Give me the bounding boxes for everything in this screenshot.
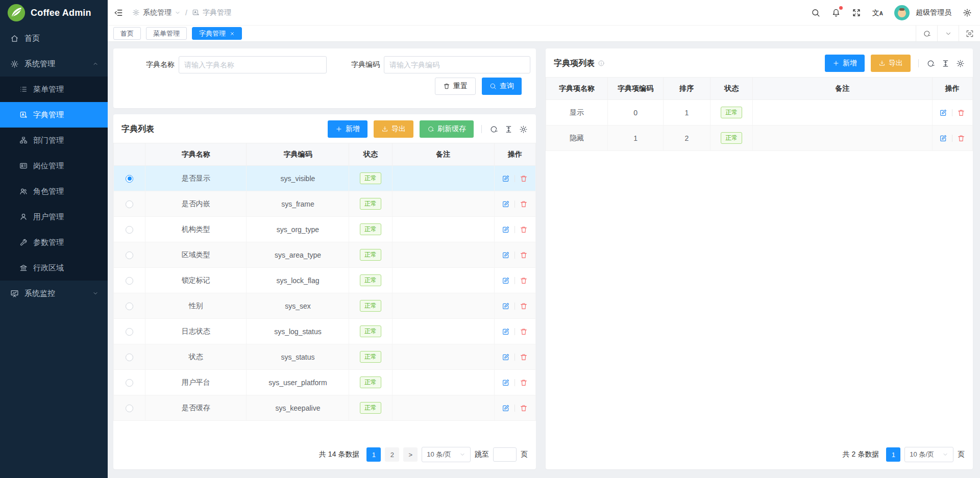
reload-table-button[interactable] xyxy=(489,125,498,134)
row-radio[interactable] xyxy=(126,303,133,310)
delete-icon[interactable] xyxy=(520,200,528,208)
edit-icon[interactable] xyxy=(502,353,510,361)
table-row[interactable]: 性别 sys_sex 正常 xyxy=(114,293,536,319)
sidebar-item-role-mgmt[interactable]: 角色管理 xyxy=(0,179,108,204)
page-2-button[interactable]: 2 xyxy=(385,447,399,462)
sidebar-item-post-mgmt[interactable]: 岗位管理 xyxy=(0,153,108,179)
table-row[interactable]: 是否显示 sys_visible 正常 xyxy=(114,166,536,191)
table-row[interactable]: 是否内嵌 sys_frame 正常 xyxy=(114,191,536,217)
sidebar-item-system[interactable]: 系统管理 xyxy=(0,51,108,77)
breadcrumb-item-system[interactable]: 系统管理 xyxy=(132,8,181,17)
table-row[interactable]: 用户平台 sys_user_platform 正常 xyxy=(114,370,536,395)
sidebar-item-home[interactable]: 首页 xyxy=(0,26,108,51)
edit-icon[interactable] xyxy=(502,276,510,285)
edit-icon[interactable] xyxy=(939,109,947,117)
sidebar-item-user-mgmt[interactable]: 用户管理 xyxy=(0,204,108,230)
language-button[interactable]: 文A xyxy=(872,9,883,16)
table-settings-button[interactable] xyxy=(519,125,528,134)
delete-icon[interactable] xyxy=(520,353,528,361)
tab-options-button[interactable] xyxy=(937,26,959,41)
sidebar-item-dept-mgmt[interactable]: 部门管理 xyxy=(0,128,108,153)
table-row[interactable]: 显示 0 1 正常 xyxy=(546,100,973,125)
edit-icon[interactable] xyxy=(502,302,510,310)
delete-icon[interactable] xyxy=(520,225,528,234)
edit-icon[interactable] xyxy=(502,200,510,208)
delete-icon[interactable] xyxy=(520,302,528,310)
row-radio[interactable] xyxy=(126,251,133,259)
export-dict-button[interactable]: 导出 xyxy=(374,120,413,138)
breadcrumb-item-dict[interactable]: 字典管理 xyxy=(192,8,231,17)
sidebar-collapse-button[interactable] xyxy=(114,8,123,17)
page-size-select[interactable]: 10 条/页 xyxy=(904,447,953,462)
add-item-button[interactable]: 新增 xyxy=(825,55,865,72)
settings-button[interactable] xyxy=(963,8,972,17)
row-radio[interactable] xyxy=(126,277,133,285)
edit-icon[interactable] xyxy=(502,379,510,387)
dict-name-input[interactable] xyxy=(179,56,327,73)
dict-code-input[interactable] xyxy=(384,56,530,73)
page-1-button[interactable]: 1 xyxy=(886,447,900,462)
table-settings-button[interactable] xyxy=(956,59,965,68)
delete-icon[interactable] xyxy=(957,134,965,142)
row-radio[interactable] xyxy=(126,226,133,234)
edit-icon[interactable] xyxy=(502,251,510,259)
tab-close-icon[interactable] xyxy=(230,31,235,36)
table-row[interactable]: 状态 sys_status 正常 xyxy=(114,344,536,370)
query-button[interactable]: 查询 xyxy=(482,78,522,95)
table-row[interactable]: 是否缓存 sys_keepalive 正常 xyxy=(114,395,536,421)
table-row[interactable]: 锁定标记 sys_lock_flag 正常 xyxy=(114,268,536,293)
edit-icon[interactable] xyxy=(502,174,510,183)
fullscreen-button[interactable] xyxy=(852,8,861,17)
next-page-button[interactable]: > xyxy=(403,447,418,462)
content-fullscreen-button[interactable] xyxy=(959,26,980,41)
refresh-page-button[interactable] xyxy=(916,26,937,41)
export-items-button[interactable]: 导出 xyxy=(871,55,911,72)
row-radio[interactable] xyxy=(126,200,133,208)
table-row[interactable]: 机构类型 sys_org_type 正常 xyxy=(114,217,536,242)
delete-icon[interactable] xyxy=(520,328,528,336)
page-size-select[interactable]: 10 条/页 xyxy=(422,447,471,462)
username[interactable]: 超级管理员 xyxy=(916,8,951,17)
col-item-name: 字典项名称 xyxy=(546,78,608,100)
sidebar-item-menu-mgmt[interactable]: 菜单管理 xyxy=(0,77,108,102)
row-radio[interactable] xyxy=(126,328,133,336)
add-dict-button[interactable]: 新增 xyxy=(328,120,368,138)
edit-icon[interactable] xyxy=(502,225,510,234)
tab-dict-mgmt[interactable]: 字典管理 xyxy=(192,27,242,40)
row-radio[interactable] xyxy=(126,175,133,183)
sidebar-item-region[interactable]: 行政区域 xyxy=(0,255,108,281)
edit-icon[interactable] xyxy=(502,404,510,412)
edit-icon[interactable] xyxy=(939,134,947,142)
sidebar-item-param-mgmt[interactable]: 参数管理 xyxy=(0,230,108,255)
row-radio[interactable] xyxy=(126,405,133,412)
row-density-button[interactable] xyxy=(941,59,950,68)
reset-button[interactable]: 重置 xyxy=(435,78,476,95)
tab-home[interactable]: 首页 xyxy=(113,27,141,40)
table-row[interactable]: 区域类型 sys_area_type 正常 xyxy=(114,242,536,268)
tab-menu-mgmt[interactable]: 菜单管理 xyxy=(146,27,187,40)
delete-icon[interactable] xyxy=(520,379,528,387)
table-row[interactable]: 日志状态 sys_log_status 正常 xyxy=(114,319,536,344)
page-1-button[interactable]: 1 xyxy=(366,447,381,462)
sidebar-item-monitor[interactable]: 系统监控 xyxy=(0,281,108,306)
delete-icon[interactable] xyxy=(520,404,528,412)
search-button[interactable] xyxy=(811,8,820,17)
delete-icon[interactable] xyxy=(520,174,528,183)
row-radio[interactable] xyxy=(126,354,133,361)
remark-cell xyxy=(392,344,494,370)
notifications-button[interactable] xyxy=(831,8,841,17)
reload-table-button[interactable] xyxy=(926,59,935,68)
edit-icon[interactable] xyxy=(502,328,510,336)
jump-page-input[interactable] xyxy=(493,447,517,462)
row-radio[interactable] xyxy=(126,379,133,387)
row-density-button[interactable] xyxy=(504,125,513,134)
app-logo[interactable]: Coffee Admin xyxy=(0,0,108,26)
sidebar-item-dict-mgmt[interactable]: 字典管理 xyxy=(0,102,108,128)
delete-icon[interactable] xyxy=(520,276,528,285)
delete-icon[interactable] xyxy=(520,251,528,259)
delete-icon[interactable] xyxy=(957,109,965,117)
user-avatar[interactable] xyxy=(894,5,910,20)
divider xyxy=(514,277,515,284)
refresh-cache-button[interactable]: 刷新缓存 xyxy=(420,120,474,138)
table-row[interactable]: 隐藏 1 2 正常 xyxy=(546,125,973,151)
